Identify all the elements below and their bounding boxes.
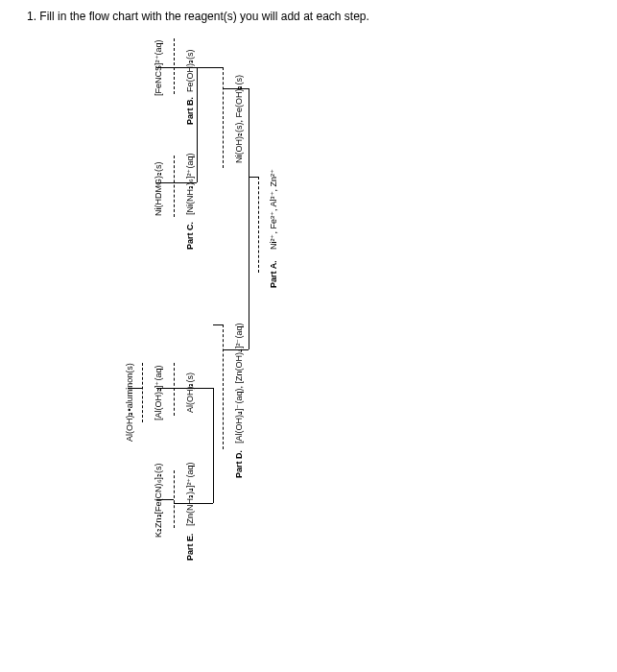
left1-in (223, 349, 239, 350)
part-e-label: Part E. (185, 533, 195, 561)
left1-stem (213, 324, 223, 325)
right2a-in (174, 182, 187, 183)
right1-stem (197, 67, 223, 68)
question-text: 1. Fill in the flow chart with the reage… (27, 10, 369, 23)
blank-left2b (174, 363, 175, 416)
leaf-ni-hdmg: Ni(HDMG)₂(s) (154, 162, 163, 216)
left2b-species: Al(OH)₃(s) (185, 372, 195, 413)
blank-right1 (223, 67, 224, 168)
part-c-label: Part C. (185, 222, 195, 250)
right2b-in (174, 67, 187, 68)
leaf-zn-fe: K₂Zn₃[Fe(CN)₆]₂(s) (154, 464, 163, 539)
right1-split-bar (197, 67, 198, 182)
part-a-species: Ni²⁺, Fe³⁺, Al³⁺, Zn²⁺ (269, 169, 278, 250)
left1-split-bar (213, 388, 214, 503)
root-stem (249, 177, 258, 178)
part-c-species: [Ni(NH₃)₆]²⁺(aq) (185, 154, 195, 216)
root-split-bar (249, 88, 249, 349)
leaf-zn-fe-in (156, 499, 174, 500)
part-d-species: [Al(OH)₄]⁻(aq), [Zn(OH)₄]²⁻(aq) (234, 323, 244, 444)
leaf-al-aluminon-in (128, 388, 142, 389)
left1-to-b (203, 388, 213, 389)
part-b-label: Part B. (185, 97, 195, 125)
leaf-al-oh2-in (156, 388, 174, 389)
part-b-species: Fe(OH)₃(s) (185, 50, 195, 93)
leaf-fencs-in (156, 67, 174, 68)
blank-left2a (174, 470, 175, 528)
blank-right2b (174, 38, 175, 94)
leaf-al-oh2: [Al(OH)₂]⁺(aq) (154, 365, 163, 420)
blank-left1 (223, 324, 224, 449)
right1-in (223, 88, 239, 89)
left2a-in (174, 503, 203, 504)
part-a-label: Part A. (269, 260, 278, 288)
left1-to-a (203, 503, 213, 504)
part-d-label: Part D. (234, 450, 244, 478)
blank-root (258, 177, 259, 273)
blank-al-aluminon (142, 363, 143, 422)
blank-right2a (174, 156, 175, 217)
leaf-al-aluminon: Al(OH)₃•aluminon(s) (125, 363, 134, 442)
leaf-ni-hdmg-in (156, 182, 174, 183)
part-e-species: [Zn(NH₃)₄]²⁺(aq) (185, 463, 195, 527)
left2b-in (174, 388, 203, 389)
